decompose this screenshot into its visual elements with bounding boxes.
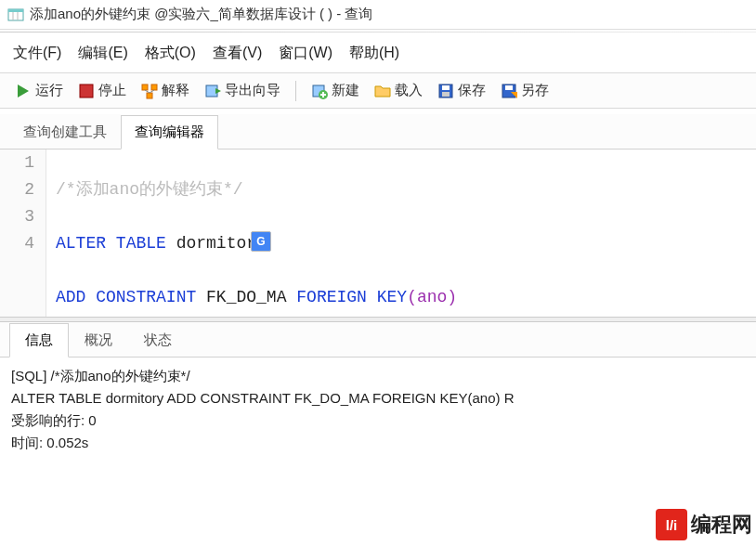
kw: TABLE [116, 234, 166, 253]
window-title: 添加ano的外键约束 @实验六_简单数据库设计 ( ) - 查询 [30, 6, 372, 23]
svg-rect-19 [442, 92, 450, 97]
separator [0, 32, 756, 32]
result-line: ALTER TABLE dormitory ADD CONSTRAINT FK_… [11, 387, 745, 410]
svg-rect-8 [147, 93, 152, 98]
result-tabs: 信息 概况 状态 [0, 322, 756, 358]
explain-icon [141, 83, 158, 99]
tab-status[interactable]: 状态 [128, 323, 188, 358]
svg-rect-6 [142, 84, 148, 90]
tab-info[interactable]: 信息 [9, 323, 69, 358]
svg-rect-7 [151, 84, 157, 90]
run-label: 运行 [35, 82, 63, 99]
watermark: l/i 编程网 [656, 509, 756, 540]
kw: ALTER [56, 234, 106, 253]
stop-button[interactable]: 停止 [72, 79, 132, 102]
tab-profile[interactable]: 概况 [69, 323, 128, 358]
svg-rect-1 [8, 9, 23, 12]
menu-view[interactable]: 查看(V) [213, 44, 262, 63]
sql-comment: /*添加ano的外键约束*/ [56, 180, 243, 199]
toolbar: 运行 停止 解释 导出向导 新建 载入 保存 另存 [0, 72, 756, 109]
explain-button[interactable]: 解释 [136, 79, 195, 102]
save-label: 保存 [458, 82, 486, 99]
line-no: 4 [0, 230, 34, 257]
func: (ano) [407, 288, 457, 306]
play-icon [15, 83, 32, 99]
kw: CONSTRAINT [96, 288, 196, 306]
run-button[interactable]: 运行 [9, 79, 69, 102]
saveas-label: 另存 [521, 82, 549, 99]
code-area[interactable]: /*添加ano的外键约束*/ ALTER TABLE dormitory ADD… [46, 150, 756, 317]
export-label: 导出向导 [225, 82, 280, 99]
new-label: 新建 [332, 82, 359, 99]
menu-file[interactable]: 文件(F) [13, 44, 61, 63]
kw: KEY [377, 288, 407, 306]
app-icon [7, 6, 24, 23]
stop-label: 停止 [98, 82, 126, 99]
svg-rect-18 [442, 85, 450, 90]
tab-query-editor[interactable]: 查询编辑器 [121, 115, 218, 150]
save-button[interactable]: 保存 [432, 79, 491, 102]
line-no: 2 [0, 176, 34, 203]
kw: ADD [56, 288, 85, 306]
load-label: 载入 [395, 82, 423, 99]
editor-tabs: 查询创建工具 查询编辑器 [0, 114, 756, 150]
tab-query-builder[interactable]: 查询创建工具 [9, 115, 121, 150]
watermark-text: 编程网 [691, 511, 756, 539]
stop-icon [78, 83, 95, 99]
explain-label: 解释 [162, 82, 189, 99]
result-line: [SQL] /*添加ano的外键约束*/ [11, 365, 745, 387]
saveas-button[interactable]: 另存 [495, 79, 554, 102]
sql-editor[interactable]: 1 2 3 4 /*添加ano的外键约束*/ ALTER TABLE dormi… [0, 150, 756, 317]
result-line: 受影响的行: 0 [11, 410, 745, 432]
svg-marker-4 [18, 84, 29, 98]
menu-bar: 文件(F) 编辑(E) 格式(O) 查看(V) 窗口(W) 帮助(H) [0, 34, 756, 72]
load-button[interactable]: 载入 [369, 79, 428, 102]
gutter: 1 2 3 4 [0, 150, 46, 317]
saveas-icon [501, 83, 517, 99]
line-no: 1 [0, 150, 34, 176]
svg-marker-12 [215, 88, 221, 94]
menu-edit[interactable]: 编辑(E) [78, 44, 127, 63]
watermark-badge: l/i [656, 509, 687, 540]
export-button[interactable]: 导出向导 [199, 79, 286, 102]
result-line: 时间: 0.052s [11, 432, 745, 454]
ident: FK_DO_MA [196, 288, 296, 306]
result-panel: [SQL] /*添加ano的外键约束*/ ALTER TABLE dormito… [0, 358, 756, 462]
new-button[interactable]: 新建 [306, 79, 365, 102]
save-icon [437, 83, 454, 99]
translate-overlay-icon[interactable]: G [251, 231, 271, 252]
line-no: 3 [0, 203, 34, 230]
export-icon [204, 83, 221, 99]
menu-format[interactable]: 格式(O) [145, 44, 196, 63]
title-bar: 添加ano的外键约束 @实验六_简单数据库设计 ( ) - 查询 [0, 0, 756, 30]
svg-rect-21 [505, 85, 513, 90]
new-icon [311, 83, 328, 99]
kw: FOREIGN [296, 288, 367, 306]
folder-icon [374, 83, 391, 99]
toolbar-separator [295, 81, 296, 101]
menu-help[interactable]: 帮助(H) [349, 44, 399, 63]
svg-rect-5 [80, 84, 93, 98]
menu-window[interactable]: 窗口(W) [279, 44, 332, 63]
